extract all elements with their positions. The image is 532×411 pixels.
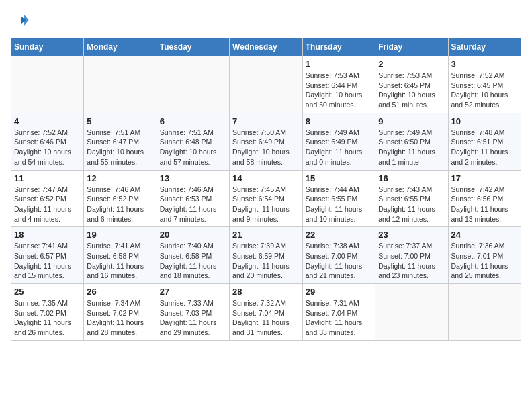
calendar-cell [157,56,229,113]
calendar-week-row: 11Sunrise: 7:47 AM Sunset: 6:52 PM Dayli… [11,170,521,227]
calendar-cell: 19Sunrise: 7:41 AM Sunset: 6:58 PM Dayli… [84,227,157,284]
calendar-cell [11,56,84,113]
calendar-table: SundayMondayTuesdayWednesdayThursdayFrid… [11,38,521,341]
weekday-header-tuesday: Tuesday [157,38,229,56]
weekday-header-monday: Monday [84,38,157,56]
day-number: 9 [378,116,445,126]
day-info: Sunrise: 7:33 AM Sunset: 7:03 PM Dayligh… [160,298,226,338]
calendar-cell [84,56,157,113]
calendar-cell: 8Sunrise: 7:49 AM Sunset: 6:49 PM Daylig… [302,113,375,170]
day-info: Sunrise: 7:46 AM Sunset: 6:52 PM Dayligh… [87,185,153,224]
calendar-week-row: 18Sunrise: 7:41 AM Sunset: 6:57 PM Dayli… [11,227,521,284]
calendar-cell: 11Sunrise: 7:47 AM Sunset: 6:52 PM Dayli… [11,170,84,227]
weekday-header-saturday: Saturday [448,38,521,56]
calendar-cell: 20Sunrise: 7:40 AM Sunset: 6:58 PM Dayli… [157,227,229,284]
calendar-cell: 23Sunrise: 7:37 AM Sunset: 7:00 PM Dayli… [375,227,448,284]
calendar-cell: 14Sunrise: 7:45 AM Sunset: 6:54 PM Dayli… [230,170,303,227]
day-number: 10 [451,116,519,126]
calendar-week-row: 1Sunrise: 7:53 AM Sunset: 6:44 PM Daylig… [11,56,521,113]
day-number: 28 [232,287,300,297]
calendar-cell: 10Sunrise: 7:48 AM Sunset: 6:51 PM Dayli… [448,113,521,170]
calendar-cell: 27Sunrise: 7:33 AM Sunset: 7:03 PM Dayli… [157,284,229,341]
calendar-cell: 6Sunrise: 7:51 AM Sunset: 6:48 PM Daylig… [157,113,229,170]
day-info: Sunrise: 7:41 AM Sunset: 6:57 PM Dayligh… [14,241,81,281]
day-info: Sunrise: 7:34 AM Sunset: 7:02 PM Dayligh… [87,298,153,338]
day-number: 16 [378,173,445,183]
day-info: Sunrise: 7:43 AM Sunset: 6:55 PM Dayligh… [378,185,445,224]
day-number: 15 [306,173,372,183]
day-number: 17 [451,173,519,183]
calendar-cell: 13Sunrise: 7:46 AM Sunset: 6:53 PM Dayli… [157,170,229,227]
day-info: Sunrise: 7:50 AM Sunset: 6:49 PM Dayligh… [232,128,300,167]
day-number: 14 [232,173,300,183]
calendar-cell: 12Sunrise: 7:46 AM Sunset: 6:52 PM Dayli… [84,170,157,227]
day-info: Sunrise: 7:53 AM Sunset: 6:45 PM Dayligh… [378,71,445,110]
day-info: Sunrise: 7:39 AM Sunset: 6:59 PM Dayligh… [232,241,300,281]
day-number: 12 [87,173,153,183]
day-number: 6 [160,116,226,126]
day-info: Sunrise: 7:31 AM Sunset: 7:04 PM Dayligh… [306,298,372,338]
calendar-cell: 3Sunrise: 7:52 AM Sunset: 6:45 PM Daylig… [448,56,521,113]
day-number: 21 [232,230,300,240]
weekday-header-wednesday: Wednesday [230,38,303,56]
day-number: 20 [160,230,226,240]
day-info: Sunrise: 7:32 AM Sunset: 7:04 PM Dayligh… [232,298,300,338]
calendar-cell: 4Sunrise: 7:52 AM Sunset: 6:46 PM Daylig… [11,113,84,170]
calendar-cell: 22Sunrise: 7:38 AM Sunset: 7:00 PM Dayli… [302,227,375,284]
calendar-cell: 28Sunrise: 7:32 AM Sunset: 7:04 PM Dayli… [230,284,303,341]
day-info: Sunrise: 7:49 AM Sunset: 6:50 PM Dayligh… [378,128,445,167]
day-info: Sunrise: 7:51 AM Sunset: 6:47 PM Dayligh… [87,128,153,167]
calendar-cell: 29Sunrise: 7:31 AM Sunset: 7:04 PM Dayli… [302,284,375,341]
day-number: 29 [306,287,372,297]
weekday-header-sunday: Sunday [11,38,84,56]
day-info: Sunrise: 7:45 AM Sunset: 6:54 PM Dayligh… [232,185,300,224]
day-number: 19 [87,230,153,240]
calendar-cell: 9Sunrise: 7:49 AM Sunset: 6:50 PM Daylig… [375,113,448,170]
calendar-cell: 18Sunrise: 7:41 AM Sunset: 6:57 PM Dayli… [11,227,84,284]
day-info: Sunrise: 7:36 AM Sunset: 7:01 PM Dayligh… [451,241,519,281]
day-number: 4 [14,116,81,126]
day-number: 26 [87,287,153,297]
calendar-cell: 1Sunrise: 7:53 AM Sunset: 6:44 PM Daylig… [302,56,375,113]
day-info: Sunrise: 7:38 AM Sunset: 7:00 PM Dayligh… [306,241,372,281]
calendar-cell: 17Sunrise: 7:42 AM Sunset: 6:56 PM Dayli… [448,170,521,227]
day-info: Sunrise: 7:35 AM Sunset: 7:02 PM Dayligh… [14,298,81,338]
day-number: 18 [14,230,81,240]
calendar-cell: 25Sunrise: 7:35 AM Sunset: 7:02 PM Dayli… [11,284,84,341]
day-info: Sunrise: 7:46 AM Sunset: 6:53 PM Dayligh… [160,185,226,224]
calendar-cell: 21Sunrise: 7:39 AM Sunset: 6:59 PM Dayli… [230,227,303,284]
day-info: Sunrise: 7:44 AM Sunset: 6:55 PM Dayligh… [306,185,372,224]
calendar-cell: 2Sunrise: 7:53 AM Sunset: 6:45 PM Daylig… [375,56,448,113]
day-info: Sunrise: 7:42 AM Sunset: 6:56 PM Dayligh… [451,185,519,224]
day-number: 25 [14,287,81,297]
day-number: 5 [87,116,153,126]
logo-icon [11,11,30,30]
day-number: 11 [14,173,81,183]
day-number: 22 [306,230,372,240]
day-info: Sunrise: 7:48 AM Sunset: 6:51 PM Dayligh… [451,128,519,167]
day-number: 24 [451,230,519,240]
weekday-header-thursday: Thursday [302,38,375,56]
calendar-cell: 7Sunrise: 7:50 AM Sunset: 6:49 PM Daylig… [230,113,303,170]
day-info: Sunrise: 7:49 AM Sunset: 6:49 PM Dayligh… [306,128,372,167]
day-number: 2 [378,59,445,69]
day-info: Sunrise: 7:41 AM Sunset: 6:58 PM Dayligh… [87,241,153,281]
header [11,11,521,30]
calendar-cell: 16Sunrise: 7:43 AM Sunset: 6:55 PM Dayli… [375,170,448,227]
day-info: Sunrise: 7:47 AM Sunset: 6:52 PM Dayligh… [14,185,81,224]
day-info: Sunrise: 7:40 AM Sunset: 6:58 PM Dayligh… [160,241,226,281]
day-number: 23 [378,230,445,240]
day-info: Sunrise: 7:53 AM Sunset: 6:44 PM Dayligh… [306,71,372,110]
day-info: Sunrise: 7:51 AM Sunset: 6:48 PM Dayligh… [160,128,226,167]
calendar-cell: 5Sunrise: 7:51 AM Sunset: 6:47 PM Daylig… [84,113,157,170]
day-number: 7 [232,116,300,126]
calendar-cell: 15Sunrise: 7:44 AM Sunset: 6:55 PM Dayli… [302,170,375,227]
calendar-week-row: 25Sunrise: 7:35 AM Sunset: 7:02 PM Dayli… [11,284,521,341]
day-number: 13 [160,173,226,183]
calendar-week-row: 4Sunrise: 7:52 AM Sunset: 6:46 PM Daylig… [11,113,521,170]
day-info: Sunrise: 7:52 AM Sunset: 6:45 PM Dayligh… [451,71,519,110]
logo [11,11,32,30]
day-info: Sunrise: 7:37 AM Sunset: 7:00 PM Dayligh… [378,241,445,281]
day-info: Sunrise: 7:52 AM Sunset: 6:46 PM Dayligh… [14,128,81,167]
calendar-cell: 26Sunrise: 7:34 AM Sunset: 7:02 PM Dayli… [84,284,157,341]
